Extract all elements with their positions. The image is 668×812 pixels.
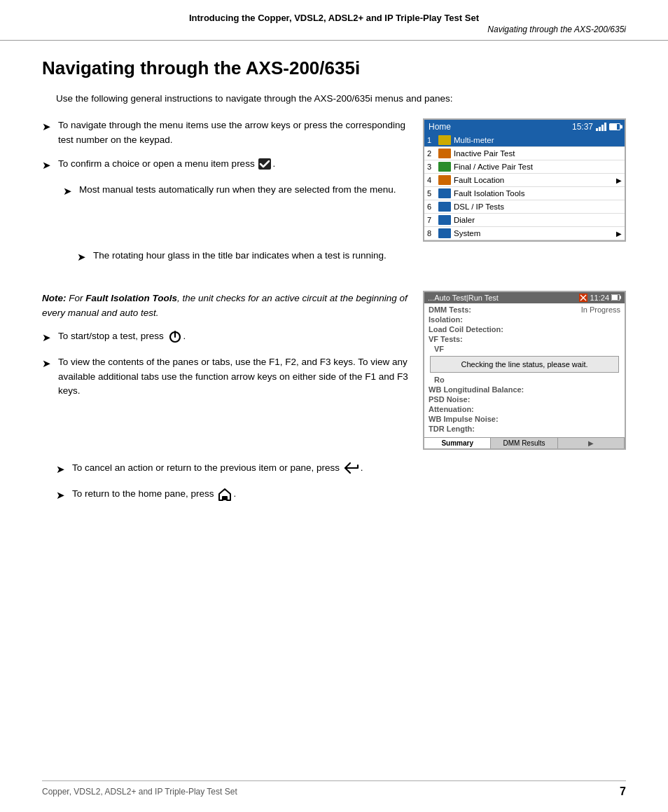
test-label-isolation: Isolation: bbox=[429, 315, 463, 324]
device-screen-1: Home 15:37 bbox=[423, 118, 626, 242]
signal-bar-1 bbox=[596, 128, 598, 131]
bullet-text-view: To view the contents of the panes or tab… bbox=[58, 355, 409, 398]
menu-label-7: Dialer bbox=[454, 216, 622, 224]
remaining-bullets: ➤ To cancel an action or return to the p… bbox=[56, 461, 626, 504]
note-label: Note: bbox=[42, 293, 67, 303]
menu-num-4: 4 bbox=[427, 176, 438, 184]
menu-icon-8 bbox=[438, 228, 451, 238]
menu-label-2: Inactive Pair Test bbox=[454, 149, 622, 158]
menu-num-3: 3 bbox=[427, 163, 438, 171]
menu-arrow-4: ▶ bbox=[616, 177, 622, 184]
tab-extra[interactable]: ▶ bbox=[558, 438, 625, 448]
menu-icon-2 bbox=[438, 149, 451, 158]
test-row-loadcoil: Load Coil Detection: bbox=[427, 324, 622, 334]
menu-num-7: 7 bbox=[427, 216, 438, 224]
tab-summary[interactable]: Summary bbox=[424, 438, 491, 448]
menu-row-7: 7 Dialer bbox=[424, 214, 625, 227]
page-header: Introducing the Copper, VDSL2, ADSL2+ an… bbox=[0, 0, 668, 41]
test-row-tdr: TDR Length: bbox=[427, 424, 622, 434]
menu-label-1: Multi-meter bbox=[454, 136, 622, 144]
bullet-item-2: ➤ To confirm a choice or open a menu ite… bbox=[42, 157, 409, 174]
test-label-dmm: DMM Tests: bbox=[429, 305, 471, 314]
bullet-arrow-cancel: ➤ bbox=[56, 462, 65, 478]
bullet-item-home: ➤ To return to the home pane, press . bbox=[56, 487, 626, 504]
battery-icon bbox=[609, 123, 620, 130]
menu-row-5: 5 Fault Isolation Tools bbox=[424, 187, 625, 200]
note-section: Note: For Fault Isolation Tools, the uni… bbox=[42, 291, 626, 450]
bullet-text-home: To return to the home pane, press . bbox=[72, 487, 626, 501]
bullet-item-cancel: ➤ To cancel an action or return to the p… bbox=[56, 461, 626, 478]
sub-bullet-item-2: ➤ The rotating hour glass in the title b… bbox=[77, 249, 626, 266]
note-text-intro: For bbox=[69, 293, 85, 303]
sub-bullet-item-1: ➤ Most manual tests automatically run wh… bbox=[63, 183, 409, 200]
menu-icon-7 bbox=[438, 215, 451, 225]
svg-rect-9 bbox=[223, 497, 227, 500]
main-content: Navigating through the AXS-200/635i Use … bbox=[0, 43, 668, 542]
x-icon bbox=[579, 294, 587, 302]
menu-row-1: 1 Multi-meter bbox=[424, 134, 625, 147]
screen2-title: ...Auto Test|Run Test bbox=[428, 294, 499, 302]
note-paragraph: Note: For Fault Isolation Tools, the uni… bbox=[42, 291, 409, 321]
screen2-body: DMM Tests: In Progress Isolation: Load C… bbox=[424, 303, 625, 435]
signal-bars bbox=[596, 123, 606, 131]
bullet-item-start-stop: ➤ To start/stop a test, press . bbox=[42, 329, 409, 346]
device-screen-2: ...Auto Test|Run Test 11:24 bbox=[423, 291, 626, 450]
back-icon bbox=[344, 462, 359, 474]
menu-num-1: 1 bbox=[427, 136, 438, 144]
test-label-loadcoil: Load Coil Detection: bbox=[429, 325, 503, 333]
test-row-isolation: Isolation: bbox=[427, 315, 622, 324]
menu-row-6: 6 DSL / IP Tests bbox=[424, 200, 625, 214]
menu-num-2: 2 bbox=[427, 149, 438, 158]
test-row-ro: Ro bbox=[427, 375, 622, 385]
sub-bullet-arrow-2: ➤ bbox=[77, 249, 86, 266]
menu-row-8: 8 System ▶ bbox=[424, 227, 625, 240]
footer-page-number: 7 bbox=[620, 785, 626, 798]
test-label-vf: VF Tests: bbox=[429, 335, 463, 343]
screen2-tabs: Summary DMM Results ▶ bbox=[424, 437, 625, 448]
screen2-container: ...Auto Test|Run Test 11:24 bbox=[423, 291, 626, 450]
menu-label-4: Fault Location bbox=[454, 176, 616, 184]
signal-bar-2 bbox=[599, 127, 601, 131]
power-icon bbox=[168, 329, 182, 343]
page-footer: Copper, VDSL2, ADSL2+ and IP Triple-Play… bbox=[42, 780, 626, 798]
test-row-psd: PSD Noise: bbox=[427, 394, 622, 404]
test-row-wb-impulse: WB Impulse Noise: bbox=[427, 414, 622, 424]
test-label-wb-impulse: WB Impulse Noise: bbox=[429, 415, 499, 423]
test-label-vf2: VF bbox=[429, 345, 444, 353]
test-status-dmm: In Progress bbox=[581, 305, 620, 314]
screen2-battery bbox=[611, 294, 621, 301]
menu-row-4: 4 Fault Location ▶ bbox=[424, 174, 625, 187]
tab-extra-arrow: ▶ bbox=[588, 439, 594, 447]
menu-icon-4 bbox=[438, 175, 451, 185]
svg-rect-7 bbox=[620, 296, 621, 299]
sub-bullet-text-1: Most manual tests automatically run when… bbox=[79, 183, 409, 197]
screen1-time: 15:37 bbox=[572, 122, 593, 132]
menu-icon-5 bbox=[438, 188, 451, 198]
test-label-psd: PSD Noise: bbox=[429, 395, 470, 404]
bullet-text-1: To navigate through the menu items use t… bbox=[58, 118, 409, 147]
signal-bar-3 bbox=[601, 125, 604, 131]
two-column-section: ➤ To navigate through the menu items use… bbox=[42, 118, 626, 242]
intro-paragraph: Use the following general instructions t… bbox=[56, 92, 626, 106]
menu-icon-1 bbox=[438, 135, 451, 145]
screen1-container: Home 15:37 bbox=[423, 118, 626, 242]
sub-bullet-arrow-1: ➤ bbox=[63, 184, 72, 200]
checkmark-icon bbox=[258, 158, 271, 170]
screen1-title: Home bbox=[429, 122, 451, 132]
screen1-menu: 1 Multi-meter 2 Inactive Pair Test 3 bbox=[424, 134, 625, 240]
sub-bullet-text-2: The rotating hour glass in the title bar… bbox=[93, 249, 626, 263]
screen1-titlebar: Home 15:37 bbox=[424, 120, 625, 134]
header-subtitle: Navigating through the AXS-200/635i bbox=[42, 25, 626, 34]
bullet-arrow-view: ➤ bbox=[42, 356, 51, 372]
menu-num-5: 5 bbox=[427, 189, 438, 198]
screen2-time: 11:24 bbox=[590, 294, 609, 302]
menu-arrow-8: ▶ bbox=[616, 230, 622, 238]
menu-label-5: Fault Isolation Tools bbox=[454, 189, 622, 198]
section-heading: Navigating through the AXS-200/635i bbox=[42, 57, 626, 79]
menu-label-8: System bbox=[454, 229, 616, 238]
svg-rect-8 bbox=[612, 295, 618, 300]
test-row-wb-long: WB Longitudinal Balance: bbox=[427, 385, 622, 394]
bullet-arrow-1: ➤ bbox=[42, 119, 51, 135]
bullet-arrow-start-stop: ➤ bbox=[42, 330, 51, 346]
tab-dmm-results[interactable]: DMM Results bbox=[491, 438, 557, 448]
